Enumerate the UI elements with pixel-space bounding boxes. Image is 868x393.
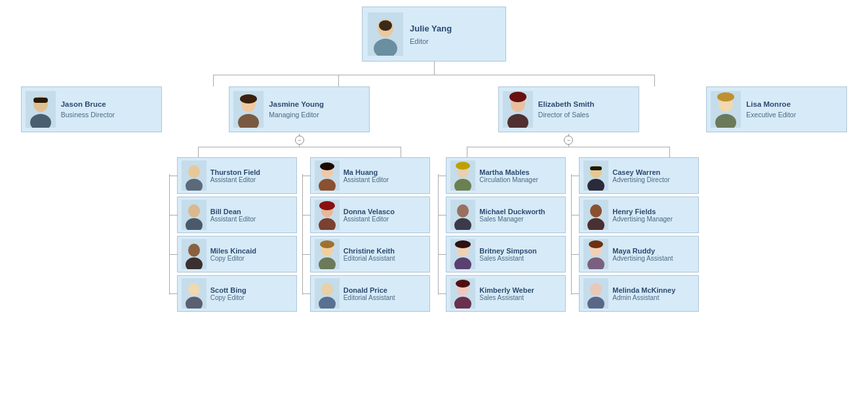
svg-point-63 bbox=[590, 204, 602, 217]
jasmine-collapse-btn[interactable]: − bbox=[295, 136, 304, 145]
svg-point-11 bbox=[240, 94, 257, 103]
melinda-avatar bbox=[583, 278, 608, 309]
donna-avatar bbox=[315, 200, 340, 230]
kimberly-avatar bbox=[450, 278, 475, 309]
jasmine-card: Jasmine Young Managing Editor bbox=[229, 86, 370, 132]
svg-point-27 bbox=[320, 162, 334, 170]
l1-jason: Jason Bruce Business Director bbox=[18, 86, 165, 132]
l1-lisa: Lisa Monroe Executive Editor bbox=[703, 86, 850, 132]
elizabeth-avatar bbox=[503, 91, 533, 128]
org-chart: Julie Yang Editor Jason Bruce B bbox=[14, 0, 854, 325]
britney-avatar bbox=[450, 239, 475, 269]
henry-name: Henry Fields bbox=[612, 208, 673, 215]
maya-card: Maya Ruddy Advertising Assistant bbox=[579, 236, 699, 272]
svg-point-57 bbox=[456, 280, 470, 288]
melinda-card: Melinda McKinney Admin Assistant bbox=[579, 275, 699, 312]
casey-title: Advertising Director bbox=[612, 176, 669, 183]
maya-name: Maya Ruddy bbox=[612, 247, 673, 255]
donald-card: Donald Price Editorial Assistant bbox=[310, 275, 430, 312]
svg-point-53 bbox=[455, 240, 471, 248]
elizabeth-collapse-btn[interactable]: − bbox=[564, 136, 573, 145]
christine-name: Christine Keith bbox=[344, 247, 395, 255]
lisa-card: Lisa Monroe Executive Editor bbox=[706, 86, 847, 132]
jasmine-avatar bbox=[233, 91, 264, 128]
jason-info: Jason Bruce Business Director bbox=[61, 100, 115, 119]
thurston-avatar bbox=[182, 160, 207, 191]
svg-point-16 bbox=[188, 204, 200, 217]
scott-name: Scott Bing bbox=[210, 286, 247, 294]
mahuang-avatar bbox=[315, 160, 340, 191]
level1-row: Jason Bruce Business Director Jasmine Yo… bbox=[14, 86, 854, 312]
l1-jasmine: Jasmine Young Managing Editor − bbox=[165, 86, 434, 312]
henry-title: Advertising Manager bbox=[612, 215, 673, 223]
root-card: Julie Yang Editor bbox=[362, 7, 506, 62]
svg-point-19 bbox=[188, 244, 200, 257]
maya-avatar bbox=[583, 239, 608, 269]
martha-title: Circulation Manager bbox=[479, 176, 538, 183]
michael-title: Sales Manager bbox=[479, 215, 545, 223]
lisa-name: Lisa Monroe bbox=[746, 100, 796, 108]
miles-title: Copy Editor bbox=[210, 255, 256, 262]
root-name: Julie Yang bbox=[410, 24, 452, 33]
bill-name: Bill Dean bbox=[210, 208, 256, 215]
svg-point-35 bbox=[320, 240, 334, 248]
bill-title: Assistant Editor bbox=[210, 215, 256, 223]
jasmine-title: Managing Editor bbox=[269, 111, 324, 119]
michael-card: Michael Duckworth Sales Manager bbox=[446, 196, 566, 233]
thurston-card: Thurston Field Assistant Editor bbox=[177, 157, 297, 194]
svg-point-22 bbox=[188, 283, 200, 296]
miles-card: Miles Kincaid Copy Editor bbox=[177, 236, 297, 272]
svg-point-48 bbox=[457, 204, 469, 217]
donna-card: Donna Velasco Assistant Editor bbox=[310, 196, 430, 233]
donald-title: Editorial Assistant bbox=[344, 294, 395, 301]
britney-name: Britney Simpson bbox=[479, 247, 536, 255]
maya-title: Advertising Assistant bbox=[612, 255, 673, 262]
mahuang-card: Ma Huang Assistant Editor bbox=[310, 157, 430, 194]
britney-title: Sales Assistant bbox=[479, 255, 536, 262]
svg-point-68 bbox=[589, 240, 603, 248]
elizabeth-title: Director of Sales bbox=[538, 111, 595, 119]
jason-name: Jason Bruce bbox=[61, 100, 115, 108]
donald-name: Donald Price bbox=[344, 286, 395, 294]
root-avatar bbox=[368, 12, 403, 56]
elizabeth-name: Elizabeth Smith bbox=[538, 100, 595, 108]
jasmine-info: Jasmine Young Managing Editor bbox=[269, 100, 324, 119]
bill-avatar bbox=[182, 200, 207, 230]
kimberly-title: Sales Assistant bbox=[479, 294, 534, 301]
mahuang-name: Ma Huang bbox=[344, 168, 389, 176]
svg-rect-7 bbox=[33, 98, 48, 103]
martha-avatar bbox=[450, 160, 475, 191]
henry-avatar bbox=[583, 200, 608, 230]
svg-point-3 bbox=[379, 20, 392, 31]
scott-avatar bbox=[182, 278, 207, 309]
thurston-name: Thurston Field bbox=[210, 168, 260, 176]
kimberly-name: Kimberly Weber bbox=[479, 286, 534, 294]
miles-avatar bbox=[182, 239, 207, 269]
christine-title: Editorial Assistant bbox=[344, 255, 395, 262]
donna-name: Donna Velasco bbox=[344, 208, 395, 215]
martha-card: Martha Mables Circulation Manager bbox=[446, 157, 566, 194]
svg-point-42 bbox=[509, 92, 526, 102]
lisa-avatar bbox=[711, 91, 741, 128]
kimberly-card: Kimberly Weber Sales Assistant bbox=[446, 275, 566, 312]
svg-point-31 bbox=[319, 201, 335, 210]
donna-title: Assistant Editor bbox=[344, 215, 395, 223]
thurston-title: Assistant Editor bbox=[210, 176, 260, 183]
michael-avatar bbox=[450, 200, 475, 230]
britney-card: Britney Simpson Sales Assistant bbox=[446, 236, 566, 272]
scott-title: Copy Editor bbox=[210, 294, 247, 301]
martha-name: Martha Mables bbox=[479, 168, 538, 176]
svg-point-46 bbox=[456, 162, 470, 170]
miles-name: Miles Kincaid bbox=[210, 247, 256, 255]
jason-card: Jason Bruce Business Director bbox=[21, 86, 162, 132]
elizabeth-card: Elizabeth Smith Director of Sales bbox=[498, 86, 639, 132]
svg-point-75 bbox=[717, 92, 734, 102]
casey-name: Casey Warren bbox=[612, 168, 669, 176]
lisa-title: Executive Editor bbox=[746, 111, 796, 119]
melinda-name: Melinda McKinney bbox=[612, 286, 675, 294]
bill-card: Bill Dean Assistant Editor bbox=[177, 196, 297, 233]
melinda-title: Admin Assistant bbox=[612, 294, 675, 301]
elizabeth-info: Elizabeth Smith Director of Sales bbox=[538, 100, 595, 119]
svg-point-70 bbox=[590, 283, 602, 296]
jason-avatar bbox=[26, 91, 56, 128]
